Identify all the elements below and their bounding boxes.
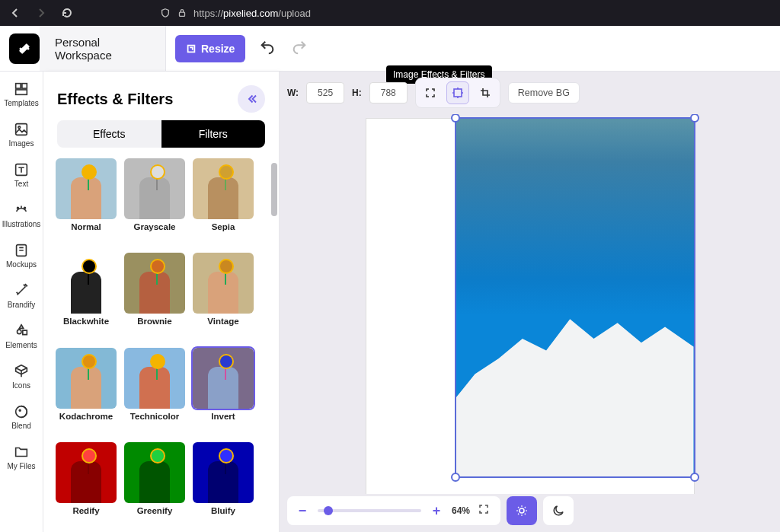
browser-forward-button[interactable] — [32, 4, 50, 22]
zoom-slider[interactable] — [318, 509, 421, 512]
filter-redify[interactable]: Redify — [56, 442, 117, 524]
shield-icon — [160, 8, 171, 18]
zoom-slider-thumb[interactable] — [324, 506, 333, 515]
rail-illustrations[interactable]: Illustrations — [2, 202, 41, 228]
resize-handle-tl[interactable] — [451, 114, 460, 123]
app-topbar: Personal Workspace Resize — [0, 26, 780, 72]
svg-rect-6 — [22, 84, 27, 88]
rail-templates[interactable]: Templates — [4, 81, 39, 107]
filter-bluify[interactable]: Bluify — [193, 442, 254, 524]
browser-reload-button[interactable] — [58, 4, 76, 22]
resize-handle-tr[interactable] — [690, 114, 699, 123]
height-input[interactable] — [369, 82, 408, 104]
svg-point-11 — [17, 207, 18, 209]
filter-blackwhite[interactable]: Blackwhite — [56, 253, 117, 335]
panel-title: Effects & Filters — [57, 91, 173, 108]
zoom-percent: 64% — [452, 505, 470, 516]
tab-filters[interactable]: Filters — [161, 120, 266, 148]
lock-icon — [177, 8, 187, 18]
filter-brownie[interactable]: Brownie — [124, 253, 185, 335]
rail-icons[interactable]: Icons — [12, 363, 30, 390]
resize-icon — [186, 43, 197, 54]
rail-brandify[interactable]: Brandify — [8, 282, 36, 309]
rail-myfiles[interactable]: My Files — [7, 444, 35, 470]
crop-button[interactable] — [474, 81, 497, 104]
effects-panel: Effects & Filters Effects Filters Normal… — [43, 72, 280, 532]
undo-button[interactable] — [259, 39, 277, 59]
fullscreen-button[interactable] — [478, 503, 493, 518]
filter-invert[interactable]: Invert — [193, 348, 254, 430]
svg-point-12 — [24, 207, 26, 209]
resize-button[interactable]: Resize — [175, 35, 245, 62]
svg-point-2 — [20, 47, 22, 49]
canvas-area: Image Effects & Filters W: H: Remove BG — [280, 72, 780, 532]
svg-point-9 — [18, 126, 21, 129]
filter-greenify[interactable]: Greenify — [124, 442, 185, 524]
svg-rect-0 — [180, 12, 185, 16]
rail-images[interactable]: Images — [9, 121, 34, 148]
theme-dark-button[interactable] — [543, 496, 574, 525]
svg-point-3 — [27, 47, 30, 49]
rail-elements[interactable]: Elements — [5, 323, 37, 349]
svg-rect-7 — [16, 90, 27, 94]
svg-point-15 — [19, 409, 21, 411]
panel-scrollbar[interactable] — [271, 163, 277, 216]
tab-effects[interactable]: Effects — [57, 120, 161, 148]
fit-button[interactable] — [419, 81, 442, 104]
effects-button[interactable] — [446, 81, 469, 104]
zoom-out-button[interactable]: − — [295, 503, 310, 519]
collapse-panel-button[interactable] — [238, 85, 265, 113]
theme-light-button[interactable] — [507, 496, 537, 525]
resize-handle-bl[interactable] — [451, 473, 460, 482]
panel-tabs: Effects Filters — [57, 120, 265, 148]
rail-mockups[interactable]: Mockups — [6, 242, 37, 269]
filter-sepia[interactable]: Sepia — [193, 158, 254, 241]
filter-kodachrome[interactable]: Kodachrome — [56, 348, 117, 430]
filter-vintage[interactable]: Vintage — [193, 253, 254, 335]
svg-rect-4 — [188, 45, 195, 52]
workspace-selector[interactable]: Personal Workspace — [40, 26, 166, 71]
url-text: https://pixelied.com/upload — [193, 8, 311, 19]
rail-blend[interactable]: Blend — [11, 403, 31, 430]
svg-rect-8 — [16, 124, 27, 135]
filter-normal[interactable]: Normal — [56, 158, 117, 241]
zoom-in-button[interactable]: + — [429, 503, 444, 519]
options-bar: W: H: Remove BG — [287, 78, 580, 108]
artboard[interactable] — [366, 119, 694, 494]
svg-point-17 — [519, 508, 524, 513]
redo-button[interactable] — [291, 39, 309, 59]
svg-rect-16 — [454, 89, 462, 97]
remove-bg-button[interactable]: Remove BG — [508, 82, 580, 104]
left-rail: Templates Images Text Illustrations Mock… — [0, 72, 43, 532]
width-label: W: — [287, 88, 299, 98]
zoom-controls: − + 64% — [287, 496, 500, 525]
browser-back-button[interactable] — [6, 4, 24, 22]
bottom-bar: − + 64% — [287, 495, 772, 526]
svg-rect-5 — [16, 84, 21, 88]
filter-technicolor[interactable]: Technicolor — [124, 348, 185, 430]
browser-chrome: https://pixelied.com/upload — [0, 0, 780, 26]
width-input[interactable] — [306, 82, 344, 104]
filter-grayscale[interactable]: Grayscale — [124, 158, 185, 241]
resize-handle-br[interactable] — [690, 473, 699, 482]
rail-text[interactable]: Text — [13, 161, 30, 188]
app-logo[interactable] — [9, 33, 40, 64]
url-bar[interactable]: https://pixelied.com/upload — [160, 8, 311, 19]
height-label: H: — [352, 88, 362, 98]
selected-image[interactable] — [456, 119, 694, 476]
canvas-stage[interactable] — [280, 114, 780, 494]
filter-grid: Normal Grayscale Sepia Blackwhite Browni… — [43, 158, 279, 532]
